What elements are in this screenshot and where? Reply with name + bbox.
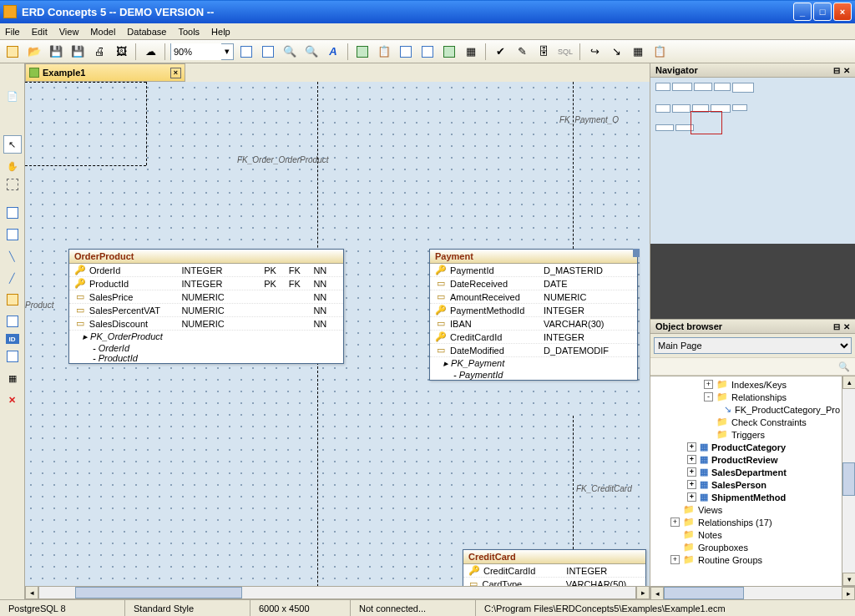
- navigator-pin-icon[interactable]: ⊟: [833, 66, 840, 75]
- object-browser-tree[interactable]: +📁Indexes/Keys-📁Relationships↘FK_Product…: [650, 376, 842, 586]
- object-browser-pin-icon[interactable]: ⊟: [833, 322, 840, 331]
- erd-canvas[interactable]: FK_Order_OrderProduct FK_Payment_O FK_Cr…: [25, 82, 650, 589]
- import-button[interactable]: ↘: [607, 43, 625, 61]
- document-tab-close[interactable]: ×: [170, 68, 181, 78]
- tree-node[interactable]: +▦ProductCategory: [650, 441, 842, 453]
- canvas-hscrollbar[interactable]: ◂ ▸: [25, 586, 650, 599]
- object-browser-search-icon[interactable]: 🔍: [838, 361, 850, 372]
- tool-routine[interactable]: [3, 290, 22, 309]
- save-button[interactable]: 💾: [47, 43, 65, 61]
- scroll-thumb[interactable]: [75, 587, 242, 598]
- entity-creditcard[interactable]: CreditCard 🔑CreditCardIdINTEGER▭CardType…: [463, 549, 646, 589]
- tree-hscroll-right[interactable]: ▸: [842, 587, 855, 600]
- tree-expander[interactable]: +: [704, 380, 713, 389]
- minimize-button[interactable]: _: [793, 3, 812, 21]
- options-button[interactable]: 📋: [650, 43, 669, 61]
- tree-hscroll-left[interactable]: ◂: [650, 587, 664, 600]
- tree-node[interactable]: 📁Triggers: [650, 428, 842, 441]
- print-button[interactable]: 🖨: [90, 43, 109, 61]
- align-button[interactable]: [397, 43, 415, 61]
- tool-pan[interactable]: ✋: [3, 157, 22, 175]
- highlight-button[interactable]: A: [324, 43, 342, 61]
- tree-node[interactable]: 📁Check Constraints: [650, 416, 842, 428]
- close-button[interactable]: ×: [833, 3, 852, 21]
- menu-tools[interactable]: Tools: [178, 27, 200, 37]
- tool-view[interactable]: [3, 225, 22, 244]
- generate-button[interactable]: ✎: [513, 43, 531, 61]
- database-button[interactable]: 🗄: [534, 43, 553, 61]
- object-browser-close-icon[interactable]: ✕: [843, 322, 850, 331]
- navigator-panel[interactable]: [650, 78, 855, 320]
- check-button[interactable]: [440, 43, 458, 61]
- tool-id[interactable]: ID: [6, 334, 19, 344]
- entity-orderproduct[interactable]: OrderProduct 🔑OrderIdINTEGERPKFKNN🔑Produ…: [68, 249, 344, 364]
- tree-node[interactable]: 📁Notes: [650, 528, 842, 541]
- saveall-button[interactable]: 💾: [68, 43, 87, 61]
- tree-node[interactable]: +📁Routine Groups: [650, 553, 842, 566]
- tool-marquee[interactable]: [7, 179, 18, 190]
- tree-expander[interactable]: +: [687, 455, 696, 464]
- tool-group[interactable]: ▦: [3, 369, 22, 387]
- grid-button[interactable]: ▦: [629, 43, 647, 61]
- scroll-left-button[interactable]: ◂: [25, 586, 38, 599]
- tool-delete[interactable]: ✕: [3, 391, 22, 409]
- tool-sequence[interactable]: [3, 312, 22, 331]
- layers-button[interactable]: ▦: [462, 43, 480, 61]
- tree-node[interactable]: ↘FK_ProductCategory_Pro: [650, 403, 842, 416]
- tree-node[interactable]: +▦ProductReview: [650, 453, 842, 466]
- navigator-close-icon[interactable]: ✕: [843, 66, 850, 75]
- menu-help[interactable]: Help: [211, 27, 230, 37]
- tree-scroll-thumb[interactable]: [842, 462, 855, 496]
- layout-button[interactable]: [418, 43, 437, 61]
- tool-note[interactable]: [3, 347, 22, 366]
- zoom-in-button[interactable]: 🔍: [302, 43, 321, 61]
- tree-expander[interactable]: -: [704, 392, 713, 401]
- zoom-out-button[interactable]: 🔍: [281, 43, 299, 61]
- menu-model[interactable]: Model: [90, 27, 115, 37]
- tree-node[interactable]: +📁Relationships (17): [650, 516, 842, 528]
- tree-scroll-down[interactable]: ▾: [842, 573, 855, 586]
- tree-expander[interactable]: +: [670, 555, 680, 564]
- zoom-dropdown-icon[interactable]: ▾: [221, 46, 233, 57]
- navigator-viewport[interactable]: [691, 111, 722, 134]
- object-browser-page-combo[interactable]: Main Page: [654, 337, 852, 354]
- menu-file[interactable]: File: [5, 27, 20, 37]
- tree-expander[interactable]: +: [687, 467, 696, 477]
- tool-entity[interactable]: [3, 204, 22, 222]
- tree-node[interactable]: 📁Views: [650, 503, 842, 516]
- tree-node[interactable]: -📁Relationships: [650, 391, 842, 403]
- tool-relation-1[interactable]: ╲: [3, 247, 22, 265]
- export-image-button[interactable]: 🖼: [112, 43, 130, 61]
- refresh-button[interactable]: ☁: [141, 43, 159, 61]
- paste-button[interactable]: 📋: [375, 43, 393, 61]
- tree-expander[interactable]: +: [687, 442, 696, 452]
- tree-node[interactable]: +▦SalesPerson: [650, 478, 842, 491]
- tool-relation-n[interactable]: ╱: [3, 269, 22, 287]
- tree-node[interactable]: +📁Indexes/Keys: [650, 378, 842, 391]
- tree-hscroll-thumb[interactable]: [664, 587, 744, 599]
- validate-button[interactable]: ✔: [491, 43, 509, 61]
- tool-pointer[interactable]: ↖: [3, 135, 22, 154]
- entity-payment[interactable]: Payment 🔑PaymentIdD_MASTERID▭DateReceive…: [429, 249, 638, 381]
- zoom-combo[interactable]: [171, 43, 221, 60]
- maximize-button[interactable]: □: [813, 3, 832, 21]
- tree-node[interactable]: +▦SalesDepartment: [650, 466, 842, 478]
- menu-edit[interactable]: Edit: [32, 27, 48, 37]
- tree-expander[interactable]: +: [687, 492, 696, 502]
- scroll-track[interactable]: [38, 586, 636, 599]
- open-button[interactable]: 📂: [25, 43, 43, 61]
- zoom-fit-button[interactable]: [237, 43, 255, 61]
- tree-node[interactable]: +▦ShipmentMethod: [650, 491, 842, 503]
- menu-view[interactable]: View: [59, 27, 79, 37]
- new-button[interactable]: [3, 43, 22, 61]
- migrate-button[interactable]: ↪: [585, 43, 604, 61]
- menu-database[interactable]: Database: [127, 27, 166, 37]
- tree-expander[interactable]: +: [687, 480, 696, 489]
- scroll-right-button[interactable]: ▸: [636, 586, 650, 599]
- tool-page[interactable]: 📄: [3, 87, 22, 105]
- tree-expander[interactable]: +: [670, 518, 680, 527]
- document-tab[interactable]: Example1 ×: [25, 63, 185, 82]
- zoom-actual-button[interactable]: [259, 43, 277, 61]
- sql-button[interactable]: SQL: [556, 43, 574, 61]
- copy-button[interactable]: [353, 43, 372, 61]
